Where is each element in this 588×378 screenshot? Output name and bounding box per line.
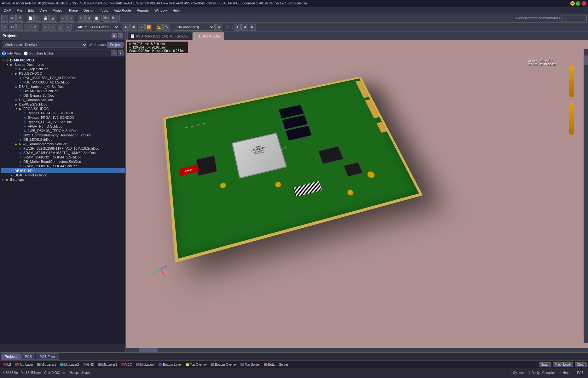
tb2-btn-14[interactable]: 📐 [156,24,163,31]
layer-item[interactable]: VCC [119,362,134,367]
menu-dxp[interactable]: DXP [1,8,14,13]
tb2-btn-2[interactable]: ⊟ [9,24,16,31]
tb2-btn-12[interactable]: ⏭ [138,24,145,31]
clear-button[interactable]: Clear [575,362,587,367]
maximize-button[interactable]: □ [576,1,580,6]
variation-dropdown[interactable]: [No Variations] [174,24,215,31]
close-button[interactable]: × [582,1,586,6]
tb2-btn-7[interactable]: ◁ [49,24,56,31]
tree-item[interactable]: ●DB46.PcbDoc✓ [1,168,125,173]
menu-reports[interactable]: Reports [134,8,152,13]
workspace-dropdown[interactable]: Workspace1.DsnWrk [2,42,87,48]
menu-design[interactable]: Design [81,8,97,13]
view-icon-list[interactable]: ≡ [111,50,117,56]
tree-item[interactable]: ▾▶DEVICES.SchDoc [1,102,125,106]
toolbar-btn-4[interactable]: 📄 [27,15,34,22]
minimize-button[interactable]: − [570,1,575,6]
tree-item[interactable]: ≡DB46_Top.SchDoc [1,67,125,71]
tree-item[interactable]: ≡DB_Bypass.SchDoc [1,93,125,98]
tb2-btn-17[interactable]: ▼ [234,24,241,31]
bottom-tab-projects[interactable]: Projects [1,353,21,360]
layer-item[interactable]: MidLayer1 [35,362,58,367]
toolbar-btn-undo[interactable]: ↩ [60,15,67,22]
tb2-btn-6[interactable]: ▷ [42,24,49,31]
toolbar-btn-1[interactable]: ☰ [1,15,8,22]
tree-item[interactable]: ≡FLASH_S29GL256N11FFI V10_16Mx16.SchDoc [1,146,125,151]
tree-item[interactable]: ▾▶NB2_CommonMemory.SchDoc [1,142,125,146]
layer-item[interactable]: GND [81,362,96,367]
tb2-btn-10[interactable]: ▶ [123,24,130,31]
structeditor-radio-input[interactable] [24,51,28,55]
toolbar-btn-zoom-in[interactable]: 🔍+ [103,15,110,22]
toolbar-btn-copy[interactable]: ⎘ [85,15,92,22]
tb2-btn-13[interactable]: ⏩ [145,24,152,31]
tree-item[interactable]: ≡DB_MOUNTS.SchDoc [1,89,125,93]
tree-item[interactable]: ≡PSU_MAX8860_ADJ.SchDoc [1,80,125,84]
bottom-tab-pcb[interactable]: PCB [21,353,36,360]
toolbar-btn-3[interactable]: ⊙ [16,15,23,22]
tree-item[interactable]: ≡FPGA_NonIO.SchDoc [1,124,125,129]
project-button[interactable]: Project [107,42,124,48]
tab-pcb[interactable]: ● DB46.PcbDoc [193,32,224,40]
menu-tools[interactable]: Tools [97,8,111,13]
menu-edit[interactable]: Edit [25,8,36,13]
tb2-btn-19[interactable]: ▶ [249,24,256,31]
snap-button[interactable]: Snap [539,362,551,367]
toolbar-btn-cut[interactable]: ✂ [78,15,85,22]
tree-item[interactable]: ≡DB_MotherBoardConnectors.SchDoc [1,159,125,164]
tree-item[interactable]: ≡SRAM_MT48LC16M16A2TG_16Mx32.SchDoc [1,151,125,155]
tree-item[interactable]: ≡1WB_DS2406_EPROM.SchDoc [1,129,125,133]
tree-item[interactable]: ≡DB_LEDS.SchDoc [1,137,125,142]
tb2-btn-3[interactable]: ↕ [16,24,23,31]
tb2-btn-15[interactable]: 🔧 [163,24,170,31]
layer-item[interactable]: Bottom Layer [157,362,183,367]
tb2-btn-18[interactable]: ◀ [241,24,248,31]
tree-item[interactable]: ≡Bypass_FPGA_1V2.SCHDOC [1,115,125,120]
h-scrollbar[interactable] [126,348,588,352]
view-dropdown[interactable]: Altium 3D Dk Green Altium 3D Lt Green Al… [75,24,119,31]
tree-item[interactable]: ≡NB2_CommonMemory_Termination.SchDoc [1,133,125,137]
tree-item[interactable]: ▾▶Source Documents [1,62,125,67]
menu-window[interactable]: Window [152,8,169,13]
menu-view[interactable]: View [37,8,49,13]
menu-help[interactable]: Help [170,8,182,13]
bottom-tab-pcbfilter[interactable]: PCB Filter [36,353,59,360]
toolbar-btn-7[interactable]: 🖨 [49,15,56,22]
tree-item[interactable]: ▸▶Settings [1,177,125,182]
toolbar-btn-6[interactable]: 💾 [42,15,49,22]
menu-project[interactable]: Project [50,8,66,13]
tree-item[interactable]: ▾▶FPGA.SCHDOC [1,106,125,111]
fileview-radio-input[interactable] [2,51,6,55]
toolbar-btn-2[interactable]: ⊕ [9,15,16,22]
tree-container[interactable]: ▾◇DB46.PRJPCB▾▶Source Documents ≡DB46_To… [0,57,125,344]
tb2-btn-4[interactable]: ↔ [24,24,31,31]
tree-item[interactable]: ●DB46_Panel.PcbDoc [1,173,125,177]
tree-item[interactable]: ≡SRAM_256Kx32_TSOP44_1.SchDoc [1,155,125,159]
tb2-btn-8[interactable]: △ [57,24,64,31]
view-icon-options[interactable]: ▼ [118,50,124,56]
layer-item[interactable]: Bottom Overlay [209,362,238,367]
tb2-btn-1[interactable]: ⊞ [1,24,8,31]
menu-place[interactable]: Place [66,8,80,13]
layer-item[interactable]: Bottom Solder [262,362,290,367]
layer-item[interactable]: MidLayer3 [96,362,119,367]
layer-item[interactable]: MidLayer4 [134,362,157,367]
tree-item[interactable]: ≡Bypass_FPGA_3V3.SchDoc [1,120,125,124]
tree-item[interactable]: ▾▶PSU.SCHDOC [1,71,125,76]
tab-sch[interactable]: 📄 PSU_MAX1831_1V2_ALT.SchDoc [127,32,193,40]
mask-level-button[interactable]: Mask Level [553,362,573,367]
tree-item[interactable]: ≡DB_Common.SchDoc [1,98,125,102]
h-scrollbar-thumb[interactable] [139,348,158,352]
v-scrollbar-thumb[interactable] [584,55,588,65]
toolbar-btn-5[interactable]: 🗀 [34,15,41,22]
layer-item[interactable]: Top Overlay [184,362,208,367]
toolbar-btn-zoom-out[interactable]: 🔍− [111,15,118,22]
tb2-btn-11[interactable]: ⏺ [130,24,137,31]
tb2-btn-9[interactable]: ▽ [65,24,72,31]
tree-item[interactable]: ≡DB46_Hardware_Kit.SchDoc [1,84,125,89]
tree-item[interactable]: ▾◇DB46.PRJPCB [1,58,125,62]
tree-item[interactable]: ≡Bypass_FPGA_2V5.SCHDOC [1,111,125,115]
layer-item[interactable]: MidLayer2 [58,362,81,367]
path-input[interactable] [562,15,587,21]
structeditor-label[interactable]: Structure Editor [29,51,53,55]
